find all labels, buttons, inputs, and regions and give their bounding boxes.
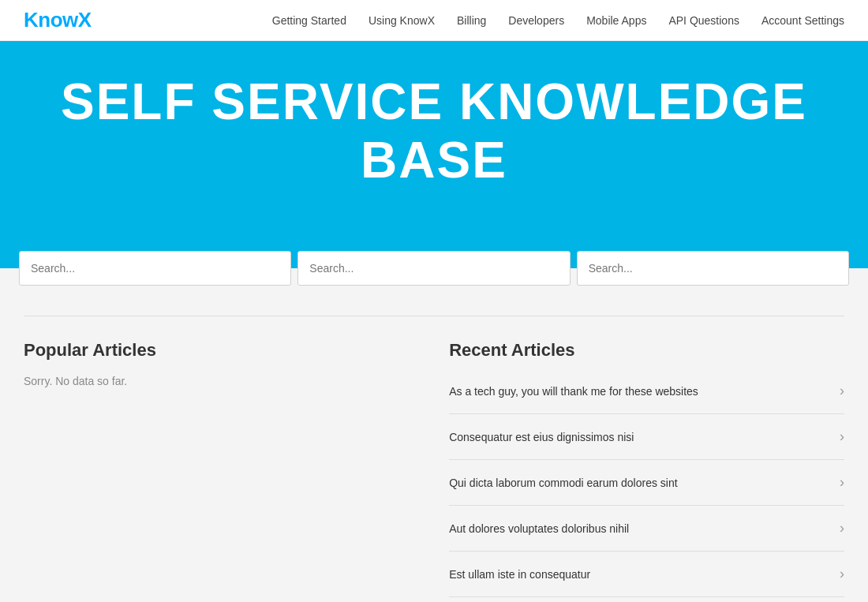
search-bar-3[interactable] <box>577 251 849 286</box>
article-item[interactable]: Consequatur est eius dignissimos nisi› <box>449 414 844 460</box>
nav-link[interactable]: Developers <box>508 14 564 27</box>
nav-item: Developers <box>508 13 564 28</box>
nav-link[interactable]: API Questions <box>668 14 739 27</box>
nav-item: Account Settings <box>761 13 844 28</box>
search-input-3[interactable] <box>589 262 837 275</box>
chevron-right-icon: › <box>840 383 844 399</box>
chevron-right-icon: › <box>840 566 844 582</box>
article-item[interactable]: Qui dicta laborum commodi earum dolores … <box>449 460 844 506</box>
nav-item: Using KnowX <box>369 13 435 28</box>
nav-link[interactable]: Billing <box>457 14 486 27</box>
no-data-message: Sorry. No data so far. <box>24 375 417 387</box>
article-title: Qui dicta laborum commodi earum dolores … <box>449 477 677 489</box>
hero-banner: SELF SERVICE KNOWLEDGE BASE <box>0 41 868 268</box>
recent-articles-section: Recent Articles As a tech guy, you will … <box>449 340 844 597</box>
article-item[interactable]: As a tech guy, you will thank me for the… <box>449 368 844 414</box>
header: KnowX Getting StartedUsing KnowXBillingD… <box>0 0 868 41</box>
recent-articles-list: As a tech guy, you will thank me for the… <box>449 368 844 597</box>
main-content: Popular Articles Sorry. No data so far. … <box>0 316 868 602</box>
nav-item: Getting Started <box>272 13 346 28</box>
nav-item: Billing <box>457 13 486 28</box>
logo-text: Know <box>24 8 78 32</box>
nav-link[interactable]: Mobile Apps <box>586 14 646 27</box>
search-bars-container <box>16 251 852 286</box>
popular-articles-section: Popular Articles Sorry. No data so far. <box>24 340 417 597</box>
article-title: Aut dolores voluptates doloribus nihil <box>449 522 629 535</box>
chevron-right-icon: › <box>840 520 844 537</box>
logo-accent: X <box>78 8 92 32</box>
nav-link[interactable]: Using KnowX <box>369 14 435 27</box>
search-input-1[interactable] <box>31 262 279 275</box>
chevron-right-icon: › <box>840 474 844 491</box>
search-bar-2[interactable] <box>297 251 570 286</box>
article-item[interactable]: Aut dolores voluptates doloribus nihil› <box>449 506 844 552</box>
chevron-right-icon: › <box>840 428 844 445</box>
popular-articles-heading: Popular Articles <box>24 340 417 361</box>
article-title: Est ullam iste in consequatur <box>449 568 590 581</box>
search-input-2[interactable] <box>309 262 558 275</box>
hero-title: SELF SERVICE KNOWLEDGE BASE <box>16 73 852 189</box>
nav-link[interactable]: Account Settings <box>761 14 844 27</box>
logo[interactable]: KnowX <box>24 8 92 32</box>
recent-articles-heading: Recent Articles <box>449 340 844 361</box>
nav-item: Mobile Apps <box>586 13 646 28</box>
main-nav: Getting StartedUsing KnowXBillingDevelop… <box>272 13 844 28</box>
search-bar-1[interactable] <box>19 251 291 286</box>
nav-item: API Questions <box>668 13 739 28</box>
article-title: Consequatur est eius dignissimos nisi <box>449 431 634 443</box>
nav-link[interactable]: Getting Started <box>272 14 346 27</box>
article-title: As a tech guy, you will thank me for the… <box>449 385 698 398</box>
article-item[interactable]: Est ullam iste in consequatur› <box>449 552 844 597</box>
